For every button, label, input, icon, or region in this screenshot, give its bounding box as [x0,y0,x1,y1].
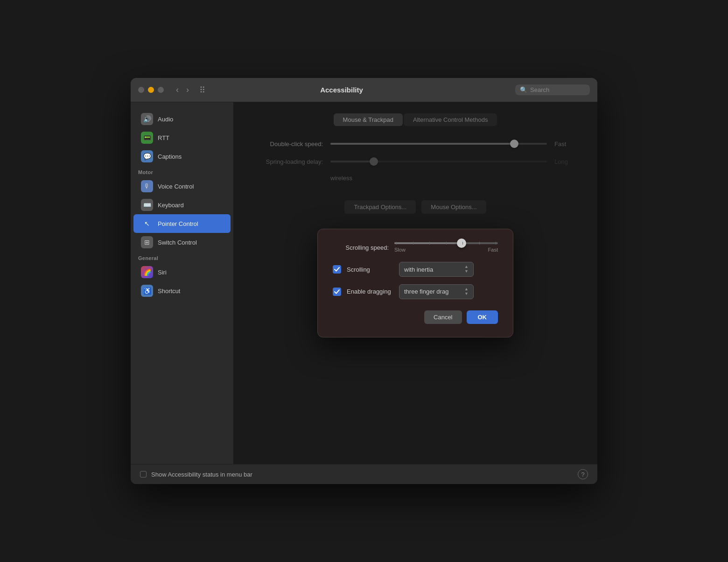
sidebar-item-siri[interactable]: 🌈 Siri [133,263,231,281]
modal-overlay: Scrolling speed: [233,102,597,464]
dragging-label: Enable dragging [347,288,393,295]
sidebar-item-keyboard[interactable]: ⌨️ Keyboard [133,196,231,214]
main-window: ‹ › ⠿ Accessibility 🔍 Search 🔊 Audio 📟 R… [131,78,597,484]
dragging-select[interactable]: three finger drag ▲ ▼ [399,284,474,299]
sidebar-label-siri: Siri [158,269,167,276]
footer-label: Show Accessibility status in menu bar [151,471,573,478]
switch-icon: ⊞ [141,236,153,248]
dragging-select-value: three finger drag [404,288,448,295]
sidebar-label-audio: Audio [158,116,173,123]
sidebar-item-rtt[interactable]: 📟 RTT [133,128,231,147]
sidebar-item-shortcut[interactable]: ♿ Shortcut [133,281,231,300]
search-icon: 🔍 [520,86,527,93]
modal-slider-track[interactable] [394,242,498,244]
select-arrows-dragging-icon: ▲ ▼ [464,287,469,296]
siri-icon: 🌈 [141,266,153,278]
sidebar-item-pointer-control[interactable]: ↖ Pointer Control [133,214,231,233]
scrolling-label: Scrolling [347,266,393,273]
checkmark-icon-2 [334,289,340,294]
checkmark-icon [334,267,340,272]
audio-icon: 🔊 [141,113,153,125]
sidebar-item-voice-control[interactable]: 🎙 Voice Control [133,177,231,196]
shortcut-icon: ♿ [141,285,153,297]
footer-checkbox[interactable] [140,471,147,478]
sidebar-label-voice-control: Voice Control [158,183,194,190]
cancel-button[interactable]: Cancel [424,310,462,324]
ok-button[interactable]: OK [467,310,498,324]
captions-icon: 💬 [141,150,153,162]
sidebar-item-captions[interactable]: 💬 Captions [133,147,231,166]
rtt-icon: 📟 [141,132,153,144]
sidebar-label-shortcut: Shortcut [158,288,180,295]
minimize-button[interactable] [148,87,154,93]
voice-icon: 🎙 [141,180,153,192]
sidebar-label-rtt: RTT [158,134,169,141]
slow-label: Slow [394,247,406,253]
modal-dragging-row: Enable dragging three finger drag ▲ ▼ [333,284,498,299]
sidebar-label-captions: Captions [158,153,182,160]
pointer-icon: ↖ [141,218,153,230]
sidebar-section-general: General [131,252,233,263]
content-area: 🔊 Audio 📟 RTT 💬 Captions Motor 🎙 Voice C… [131,102,597,464]
scrolling-select-value: with inertia [404,266,433,273]
keyboard-icon: ⌨️ [141,199,153,211]
traffic-lights [138,87,164,93]
titlebar: ‹ › ⠿ Accessibility 🔍 Search [131,78,597,102]
sidebar-label-keyboard: Keyboard [158,202,184,209]
sidebar-label-switch-control: Switch Control [158,239,197,246]
modal-slider-labels: Slow Fast [394,247,498,253]
help-button[interactable]: ? [578,469,588,479]
dragging-checkbox[interactable] [333,288,341,296]
main-panel: Mouse & Trackpad Alternative Control Met… [233,102,597,464]
select-arrows-icon: ▲ ▼ [464,265,469,274]
scrolling-select[interactable]: with inertia ▲ ▼ [399,262,474,277]
sidebar-item-audio[interactable]: 🔊 Audio [133,110,231,128]
modal-scrolling-speed-label: Scrolling speed: [333,244,389,251]
sidebar: 🔊 Audio 📟 RTT 💬 Captions Motor 🎙 Voice C… [131,102,233,464]
scrolling-checkbox[interactable] [333,265,341,274]
search-bar[interactable]: 🔍 Search [515,84,590,95]
trackpad-options-modal: Scrolling speed: [317,229,513,337]
sidebar-label-pointer-control: Pointer Control [158,220,198,227]
footer: Show Accessibility status in menu bar ? [131,464,597,484]
modal-slider-thumb[interactable] [457,239,466,248]
close-button[interactable] [138,87,144,93]
modal-buttons: Cancel OK [333,310,498,324]
window-title: Accessibility [174,86,510,94]
sidebar-section-motor: Motor [131,166,233,177]
modal-scrolling-row: Scrolling with inertia ▲ ▼ [333,262,498,277]
modal-slider-fill [394,242,462,244]
modal-slider-area[interactable]: Slow Fast [394,242,498,253]
maximize-button[interactable] [158,87,164,93]
sidebar-item-switch-control[interactable]: ⊞ Switch Control [133,233,231,252]
modal-scrolling-speed-row: Scrolling speed: [333,242,498,253]
search-placeholder: Search [530,86,549,93]
fast-label: Fast [488,247,498,253]
